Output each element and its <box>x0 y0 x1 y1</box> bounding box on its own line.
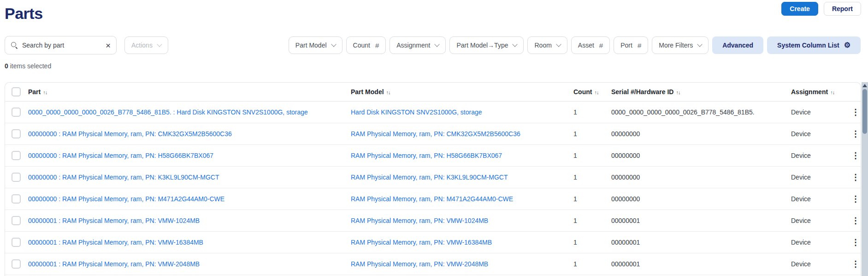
chevron-down-icon <box>157 42 162 47</box>
advanced-button[interactable]: Advanced <box>712 36 763 54</box>
table-row: 00000001 : RAM Physical Memory, ram, PN:… <box>5 253 861 275</box>
part-link[interactable]: 00000001 : RAM Physical Memory, ram, PN:… <box>28 253 200 275</box>
part-model-link[interactable]: RAM Physical Memory, ram, PN: VMW-16384M… <box>351 232 492 253</box>
assignment-cell: Device <box>791 232 811 253</box>
actions-dropdown[interactable]: Actions <box>124 36 168 54</box>
select-all-checkbox[interactable] <box>12 87 21 96</box>
count-cell: 1 <box>573 102 577 123</box>
part-model-link[interactable]: RAM Physical Memory, ram, PN: K3KL9L90CM… <box>351 167 508 188</box>
serial-cell: 00000001 <box>611 253 640 275</box>
filter-part-model[interactable]: Part Model <box>289 36 342 54</box>
row-menu-kebab-icon[interactable]: ⋮ <box>849 102 861 123</box>
column-header-serial[interactable]: Serial #/Hardware ID↑↓ <box>611 83 680 102</box>
filter-port[interactable]: Port # <box>614 36 648 54</box>
filter-count[interactable]: Count # <box>346 36 386 54</box>
row-checkbox[interactable] <box>12 238 21 247</box>
assignment-cell: Device <box>791 167 811 188</box>
search-box[interactable]: × <box>5 36 117 54</box>
part-model-link[interactable]: RAM Physical Memory, ram, PN: VMW-1024MB <box>351 210 488 232</box>
sort-icon[interactable]: ↑↓ <box>386 90 390 95</box>
search-input[interactable] <box>22 42 105 49</box>
row-menu-kebab-icon[interactable]: ⋮ <box>849 232 861 253</box>
scroll-up-arrow-icon[interactable] <box>862 84 867 87</box>
chevron-down-icon <box>556 42 561 47</box>
gear-icon: ⚙ <box>844 42 850 49</box>
column-header-part[interactable]: Part↑↓ <box>28 83 47 102</box>
part-link[interactable]: 00000000 : RAM Physical Memory, ram, PN:… <box>28 123 232 145</box>
serial-cell: 00000001 <box>611 232 640 253</box>
sort-icon[interactable]: ↑↓ <box>43 90 47 95</box>
assignment-cell: Device <box>791 210 811 232</box>
part-model-link[interactable]: RAM Physical Memory, ram, PN: M471A2G44A… <box>351 188 513 210</box>
row-checkbox[interactable] <box>12 151 21 160</box>
scrollbar-thumb[interactable] <box>862 89 867 134</box>
search-icon <box>11 42 18 49</box>
part-link[interactable]: 00000000 : RAM Physical Memory, ram, PN:… <box>28 145 213 167</box>
clear-search-icon[interactable]: × <box>105 41 112 50</box>
row-menu-kebab-icon[interactable]: ⋮ <box>849 167 861 188</box>
row-checkbox[interactable] <box>12 216 21 225</box>
chevron-down-icon <box>435 42 440 47</box>
table-row: 00000000 : RAM Physical Memory, ram, PN:… <box>5 188 861 210</box>
actions-label: Actions <box>131 42 153 49</box>
row-menu-kebab-icon[interactable]: ⋮ <box>849 145 861 167</box>
sort-icon[interactable]: ↑↓ <box>830 90 834 95</box>
count-cell: 1 <box>573 210 577 232</box>
part-link[interactable]: 00000000 : RAM Physical Memory, ram, PN:… <box>28 188 224 210</box>
parts-page: Parts Create Report × Actions Part Model… <box>0 0 868 276</box>
hash-icon: # <box>375 42 379 49</box>
column-header-part-model[interactable]: Part Model↑↓ <box>351 83 390 102</box>
row-menu-kebab-icon[interactable]: ⋮ <box>849 210 861 232</box>
part-link[interactable]: 00000001 : RAM Physical Memory, ram, PN:… <box>28 232 203 253</box>
table-row: 00000001 : RAM Physical Memory, ram, PN:… <box>5 232 861 253</box>
part-link[interactable]: 0000_0000_0000_0000_0026_B778_5486_81B5.… <box>28 102 308 123</box>
vertical-scrollbar[interactable] <box>862 82 868 276</box>
serial-cell: 00000001 <box>611 210 640 232</box>
selection-status: 0 items selected <box>5 62 51 70</box>
page-title: Parts <box>5 5 43 23</box>
chevron-down-icon <box>697 42 702 47</box>
sort-icon[interactable]: ↑↓ <box>676 90 680 95</box>
part-model-link[interactable]: Hard Disk KINGSTON SNV2S1000G, storage <box>351 102 482 123</box>
hash-icon: # <box>599 42 603 49</box>
sort-icon[interactable]: ↑↓ <box>594 90 598 95</box>
row-checkbox[interactable] <box>12 129 21 138</box>
serial-cell: 00000000 <box>611 167 640 188</box>
parts-table: Part↑↓ Part Model↑↓ Count↑↓ Serial #/Har… <box>5 82 861 276</box>
count-cell: 1 <box>573 232 577 253</box>
part-model-link[interactable]: RAM Physical Memory, ram, PN: H58G66BK7B… <box>351 145 502 167</box>
serial-cell: 00000000 <box>611 188 640 210</box>
part-link[interactable]: 00000000 : RAM Physical Memory, ram, PN:… <box>28 167 219 188</box>
assignment-cell: Device <box>791 102 811 123</box>
column-header-count[interactable]: Count↑↓ <box>573 83 598 102</box>
table-row: 00000000 : RAM Physical Memory, ram, PN:… <box>5 123 861 145</box>
row-menu-kebab-icon[interactable]: ⋮ <box>849 253 861 275</box>
row-checkbox[interactable] <box>12 108 21 117</box>
assignment-cell: Device <box>791 253 811 275</box>
filter-assignment[interactable]: Assignment <box>390 36 446 54</box>
system-column-list-button[interactable]: System Column List ⚙ <box>767 36 861 54</box>
filter-more-filters[interactable]: More Filters <box>652 36 709 54</box>
row-checkbox[interactable] <box>12 259 21 269</box>
create-button[interactable]: Create <box>781 2 818 16</box>
filter-part-model-type[interactable]: Part Model→Type <box>449 36 524 54</box>
row-checkbox[interactable] <box>12 194 21 204</box>
table-row: 0000_0000_0000_0000_0026_B778_5486_81B5.… <box>5 102 861 123</box>
assignment-cell: Device <box>791 123 811 145</box>
row-menu-kebab-icon[interactable]: ⋮ <box>849 188 861 210</box>
table-row: 00000000 : RAM Physical Memory, ram, PN:… <box>5 145 861 167</box>
part-model-link[interactable]: RAM Physical Memory, ram, PN: CMK32GX5M2… <box>351 123 520 145</box>
chevron-down-icon <box>513 42 518 47</box>
filter-asset[interactable]: Asset # <box>571 36 610 54</box>
hash-icon: # <box>638 42 641 49</box>
row-checkbox[interactable] <box>12 173 21 182</box>
part-model-link[interactable]: RAM Physical Memory, ram, PN: VMW-2048MB <box>351 253 488 275</box>
row-menu-kebab-icon[interactable]: ⋮ <box>849 123 861 145</box>
filter-room[interactable]: Room <box>527 36 567 54</box>
serial-cell: 00000000 <box>611 123 640 145</box>
report-button[interactable]: Report <box>824 2 861 16</box>
top-actions: Create Report <box>781 2 861 16</box>
part-link[interactable]: 00000001 : RAM Physical Memory, ram, PN:… <box>28 210 200 232</box>
assignment-cell: Device <box>791 145 811 167</box>
column-header-assignment[interactable]: Assignment↑↓ <box>791 83 834 102</box>
